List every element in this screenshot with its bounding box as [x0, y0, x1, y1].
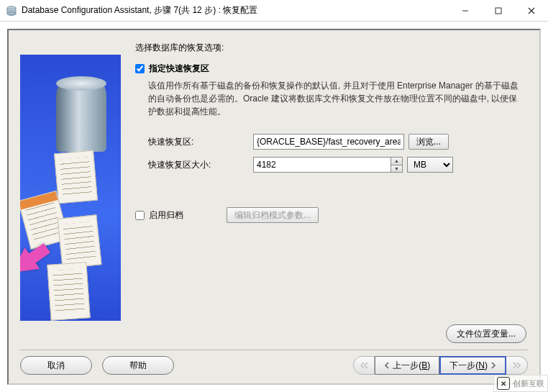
fra-checkbox-label[interactable]: 指定快速恢复区: [149, 63, 209, 75]
skip-forward-button[interactable]: [506, 356, 528, 375]
spin-buttons: ▲ ▼: [391, 158, 402, 172]
archive-checkbox-label[interactable]: 启用归档: [149, 209, 183, 222]
fra-path-row: 快速恢复区: 浏览...: [148, 134, 528, 150]
help-button[interactable]: 帮助: [102, 356, 174, 375]
back-button[interactable]: 上一步(B): [375, 356, 439, 375]
fra-size-label: 快速恢复区大小:: [148, 159, 249, 171]
chevron-left-icon: [384, 362, 390, 369]
double-chevron-right-icon: [513, 362, 521, 369]
main-row: 选择数据库的恢复选项: 指定快速恢复区 该值用作所有基于磁盘的备份和恢复操作的默…: [20, 40, 528, 350]
watermark-text: 创新互联: [513, 378, 544, 389]
titlebar: Database Configuration Assistant, 步骤 7(共…: [0, 0, 548, 22]
close-button[interactable]: [515, 0, 548, 22]
content-inner: 选择数据库的恢复选项: 指定快速恢复区 该值用作所有基于磁盘的备份和恢复操作的默…: [7, 29, 541, 385]
app-icon: [6, 5, 17, 17]
skip-back-button[interactable]: [353, 356, 375, 375]
file-location-vars-button[interactable]: 文件位置变量...: [446, 324, 526, 343]
nav-cluster: 上一步(B) 下一步(N): [353, 356, 528, 375]
archive-row: 启用归档 编辑归档模式参数...: [135, 207, 528, 223]
window-title: Database Configuration Assistant, 步骤 7(共…: [22, 4, 449, 17]
watermark-logo-icon: ✕: [497, 377, 510, 390]
form-area: 选择数据库的恢复选项: 指定快速恢复区 该值用作所有基于磁盘的备份和恢复操作的默…: [135, 40, 528, 350]
minimize-button[interactable]: [449, 0, 482, 22]
fra-size-row: 快速恢复区大小: ▲ ▼ MB: [148, 157, 528, 173]
window-buttons: [449, 0, 548, 22]
cancel-button[interactable]: 取消: [20, 356, 92, 375]
fra-size-unit-select[interactable]: MB: [407, 157, 453, 173]
browse-button[interactable]: 浏览...: [408, 134, 449, 150]
svg-rect-3: [496, 8, 501, 14]
watermark: ✕ 创新互联: [493, 375, 548, 392]
next-button[interactable]: 下一步(N): [439, 356, 506, 375]
archive-checkbox[interactable]: [135, 211, 145, 220]
bottom-right-area: 文件位置变量...: [446, 324, 526, 343]
fra-size-spinner: ▲ ▼: [253, 157, 403, 173]
chevron-right-icon: [490, 362, 496, 369]
maximize-button[interactable]: [482, 0, 515, 22]
fra-checkbox-row: 指定快速恢复区: [135, 63, 528, 75]
footer-bar: 取消 帮助 上一步(B) 下一步(N): [20, 350, 528, 375]
fra-size-input[interactable]: [254, 158, 391, 172]
fra-path-input[interactable]: [253, 134, 404, 150]
edit-archive-params-button[interactable]: 编辑归档模式参数...: [227, 207, 319, 223]
side-banner-image: [20, 55, 121, 321]
spin-up[interactable]: ▲: [391, 158, 402, 165]
section-prompt: 选择数据库的恢复选项:: [135, 42, 528, 54]
content-outer: 选择数据库的恢复选项: 指定快速恢复区 该值用作所有基于磁盘的备份和恢复操作的默…: [0, 22, 548, 392]
double-chevron-left-icon: [360, 362, 368, 369]
archive-checkbox-row: 启用归档: [135, 209, 183, 222]
fra-path-label: 快速恢复区:: [148, 136, 249, 148]
fra-description: 该值用作所有基于磁盘的备份和恢复操作的默认值, 并且对于使用 Enterpris…: [148, 79, 522, 118]
fra-checkbox[interactable]: [135, 64, 145, 73]
spin-down[interactable]: ▼: [391, 165, 402, 173]
